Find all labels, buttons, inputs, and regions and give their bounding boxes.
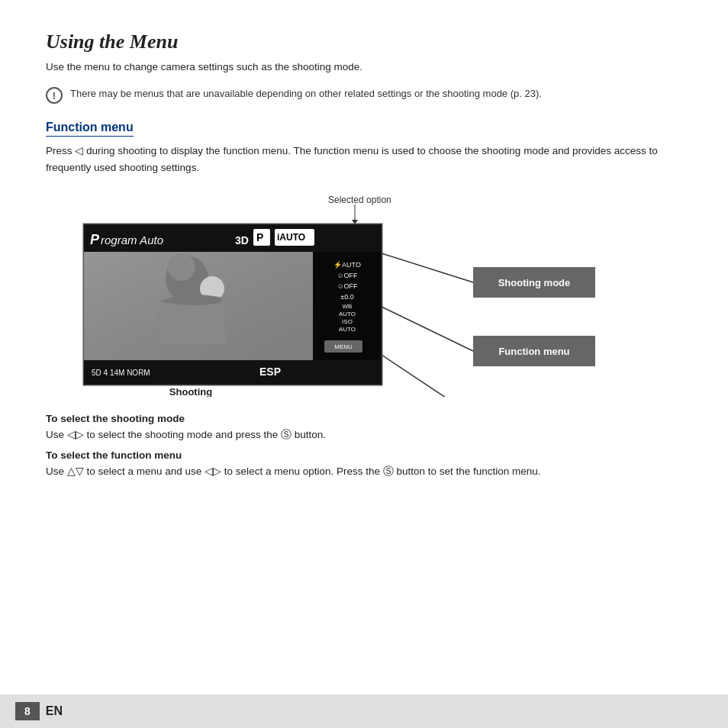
notice-icon: ! — [46, 87, 63, 104]
svg-text:iAUTO: iAUTO — [277, 232, 305, 243]
section-title: Function menu — [46, 121, 134, 137]
svg-line-32 — [382, 355, 473, 397]
svg-text:AUTO: AUTO — [339, 326, 356, 333]
page-language: EN — [46, 704, 63, 718]
selected-option-label: Selected option — [328, 195, 391, 205]
diagram-container: Selected option P rogram Auto 3D P iAUTO — [46, 191, 682, 399]
svg-text:5D 4 14M NORM: 5D 4 14M NORM — [92, 369, 150, 377]
svg-text:3D: 3D — [235, 234, 249, 246]
svg-text:☺OFF: ☺OFF — [337, 272, 358, 279]
page-title: Using the Menu — [46, 31, 682, 53]
instructions-section: To select the shooting mode Use ◁▷ to se… — [46, 413, 682, 479]
svg-text:Function menu: Function menu — [498, 346, 569, 357]
svg-text:☺OFF: ☺OFF — [337, 282, 358, 290]
svg-text:P: P — [256, 231, 263, 243]
svg-text:WB: WB — [343, 303, 353, 310]
svg-text:P: P — [90, 232, 100, 247]
svg-text:ISO: ISO — [342, 318, 353, 325]
svg-text:Shooting mode: Shooting mode — [498, 277, 571, 288]
instruction-title-2: To select the function menu — [46, 449, 682, 461]
instruction-text-1: Use ◁▷ to select the shooting mode and p… — [46, 427, 682, 443]
page-number: 8 — [15, 702, 40, 720]
svg-text:rogram Auto: rogram Auto — [101, 234, 163, 246]
svg-text:ESP: ESP — [259, 366, 281, 378]
svg-line-31 — [382, 307, 473, 351]
svg-text:AUTO: AUTO — [339, 311, 356, 317]
instruction-title-1: To select the shooting mode — [46, 413, 682, 424]
svg-point-13 — [168, 253, 195, 281]
svg-line-30 — [382, 253, 473, 282]
section-text: Press ◁ during shooting to display the f… — [46, 143, 682, 176]
svg-text:MENU: MENU — [334, 343, 353, 350]
intro-text: Use the menu to change camera settings s… — [46, 61, 682, 72]
notice-text: There may be menus that are unavailable … — [70, 86, 542, 101]
svg-text:±0.0: ±0.0 — [340, 293, 353, 301]
svg-text:Shooting: Shooting — [169, 386, 212, 397]
diagram-svg: Selected option P rogram Auto 3D P iAUTO — [46, 191, 672, 397]
instruction-text-2: Use △▽ to select a menu and use ◁▷ to se… — [46, 463, 682, 480]
svg-text:⚡AUTO: ⚡AUTO — [333, 260, 361, 269]
page-content: Using the Menu Use the menu to change ca… — [0, 0, 728, 516]
notice-box: ! There may be menus that are unavailabl… — [46, 86, 682, 104]
footer: 8 EN — [0, 694, 728, 728]
